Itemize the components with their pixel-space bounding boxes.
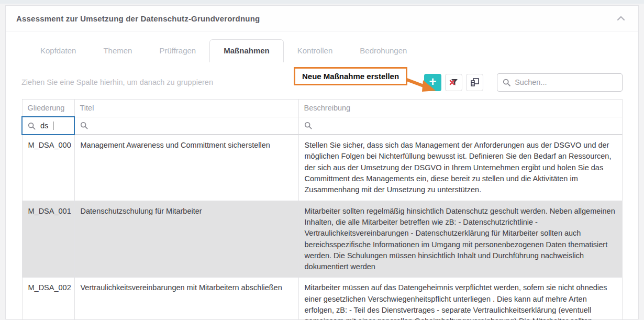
grid-toolbar: Ziehen Sie eine Spalte hierhin, um danac… [6, 65, 638, 99]
filter-cell-titel[interactable] [74, 117, 298, 135]
grid-search-box[interactable] [497, 73, 623, 92]
column-header-beschreibung[interactable]: Beschreibung [298, 100, 623, 117]
search-icon [28, 122, 36, 130]
column-chooser-button[interactable] [466, 74, 483, 91]
measures-table: Gliederung Titel Beschreibung ds [21, 99, 623, 320]
search-icon [304, 122, 312, 129]
table-row-selected[interactable]: M_DSA_001 Datenschutzschulung für Mitarb… [22, 201, 623, 278]
filter-row: ds [22, 117, 623, 135]
cell-titel[interactable]: Datenschutzschulung für Mitarbeiter [74, 201, 298, 278]
column-header-gliederung[interactable]: Gliederung [22, 100, 74, 117]
tab-bar: Kopfdaten Themen Prüffragen Maßnahmen Ko… [6, 31, 638, 62]
cell-gliederung[interactable]: M_DSA_002 [22, 278, 74, 320]
tab-kontrollen[interactable]: Kontrollen [284, 40, 347, 62]
text-caret [53, 122, 53, 130]
table-row[interactable]: M_DSA_000 Management Awareness und Commi… [22, 135, 623, 201]
clear-filter-icon [449, 78, 459, 87]
tab-massnahmen[interactable]: Maßnahmen [209, 39, 284, 62]
search-icon [503, 78, 510, 87]
table-header-row: Gliederung Titel Beschreibung [22, 100, 623, 117]
page-title: Assessment zur Umsetzung der Datenschutz… [16, 14, 260, 23]
chevron-up-icon [617, 16, 625, 21]
tab-themen[interactable]: Themen [90, 40, 146, 62]
tab-bedrohungen[interactable]: Bedrohungen [346, 40, 420, 62]
cell-gliederung[interactable]: M_DSA_000 [22, 135, 74, 201]
callout-new-measure: Neue Maßnahme erstellen [294, 67, 407, 85]
cell-gliederung[interactable]: M_DSA_001 [22, 201, 74, 278]
filter-cell-gliederung[interactable]: ds [22, 117, 74, 135]
column-chooser-icon [470, 78, 480, 87]
search-icon [80, 122, 88, 129]
panel-header: Assessment zur Umsetzung der Datenschutz… [6, 6, 638, 31]
cell-beschreibung[interactable]: Mitarbeiter sollten regelmäßig hinsichtl… [298, 201, 623, 278]
tab-prueffragen[interactable]: Prüffragen [146, 40, 209, 62]
tab-kopfdaten[interactable]: Kopfdaten [27, 40, 90, 62]
assessment-panel: Assessment zur Umsetzung der Datenschutz… [5, 5, 639, 319]
top-strip [0, 0, 644, 4]
cell-titel[interactable]: Vertraulichkeitsvereinbarungen mit Mitar… [74, 278, 298, 320]
cell-titel[interactable]: Management Awareness und Committment sic… [74, 135, 298, 201]
column-header-titel[interactable]: Titel [74, 100, 298, 117]
cell-beschreibung[interactable]: Mitarbeiter müssen auf das Datengeheimni… [298, 278, 623, 320]
cell-beschreibung[interactable]: Stellen Sie sicher, dass sich das Manage… [298, 135, 623, 201]
search-input[interactable] [515, 78, 617, 86]
table-row[interactable]: M_DSA_002 Vertraulichkeitsvereinbarungen… [22, 278, 623, 320]
clear-filter-button[interactable] [445, 74, 462, 91]
collapse-panel-button[interactable] [615, 13, 627, 24]
filter-input-gliederung[interactable]: ds [40, 122, 48, 130]
filter-cell-beschreibung[interactable] [298, 117, 623, 135]
